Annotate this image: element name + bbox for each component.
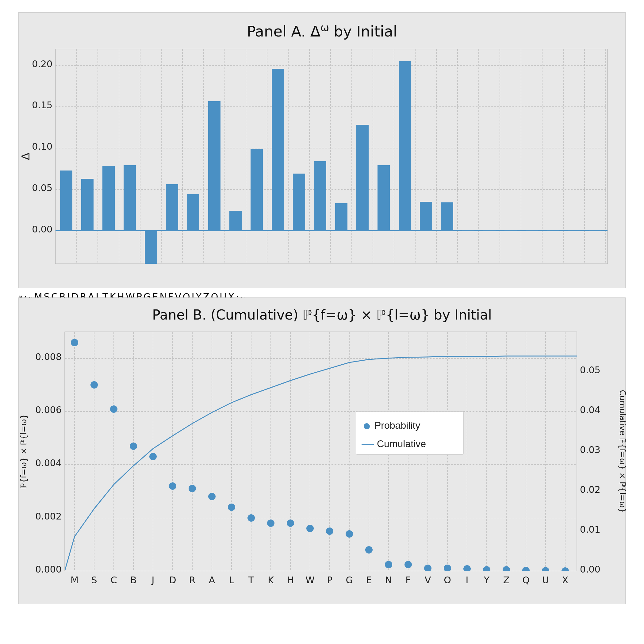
svg-text:0.10: 0.10 [32, 141, 52, 152]
svg-text:Y: Y [484, 575, 490, 585]
panel-b: Panel B. (Cumulative) ℙ{f=ω} × ℙ{l=ω} by… [18, 297, 626, 604]
svg-text:0.05: 0.05 [580, 365, 600, 375]
svg-point-167 [364, 423, 370, 429]
panel-a-title: Panel A. Δω by Initial [19, 13, 625, 43]
svg-text:0.20: 0.20 [32, 59, 52, 69]
svg-text:J: J [151, 575, 155, 585]
svg-rect-40 [187, 194, 199, 231]
svg-text:F: F [405, 575, 411, 585]
svg-rect-52 [441, 202, 453, 231]
svg-text:0.05: 0.05 [32, 182, 52, 193]
svg-rect-36 [102, 166, 115, 231]
svg-rect-38 [145, 231, 157, 264]
svg-rect-34 [60, 171, 72, 231]
svg-point-103 [110, 405, 117, 413]
svg-text:S: S [91, 575, 97, 585]
svg-point-108 [208, 493, 216, 500]
svg-point-126 [562, 567, 569, 575]
svg-point-115 [346, 530, 353, 538]
svg-point-116 [365, 546, 373, 554]
svg-point-104 [130, 443, 137, 450]
svg-point-124 [522, 567, 530, 574]
panel-b-title: Panel B. (Cumulative) ℙ{f=ω} × ℙ{l=ω} by… [19, 298, 625, 326]
svg-point-120 [444, 565, 451, 572]
svg-text:R: R [189, 575, 196, 585]
svg-rect-37 [124, 165, 136, 231]
svg-text:V: V [425, 575, 431, 585]
svg-rect-45 [293, 174, 305, 231]
svg-rect-44 [272, 69, 284, 231]
svg-point-117 [385, 561, 392, 568]
svg-text:0.03: 0.03 [580, 444, 600, 455]
svg-text:0.00: 0.00 [32, 224, 52, 235]
svg-point-101 [71, 339, 78, 346]
svg-rect-46 [314, 161, 326, 231]
svg-text:A: A [209, 575, 215, 585]
svg-point-125 [542, 567, 549, 574]
svg-text:0.000: 0.000 [35, 564, 62, 575]
svg-rect-47 [335, 203, 347, 231]
svg-text:0.15: 0.15 [32, 100, 52, 110]
svg-text:E: E [366, 575, 372, 585]
panel-a: Panel A. Δω by Initial [18, 12, 626, 288]
svg-point-122 [483, 566, 490, 573]
svg-text:T: T [248, 575, 254, 585]
svg-text:G: G [346, 575, 353, 585]
svg-text:L: L [229, 575, 234, 585]
svg-point-118 [404, 561, 412, 568]
svg-point-119 [424, 565, 431, 572]
svg-text:Z: Z [503, 575, 510, 585]
svg-text:0.04: 0.04 [580, 404, 600, 415]
svg-text:0.02: 0.02 [580, 484, 600, 495]
svg-point-110 [247, 514, 255, 522]
svg-text:0.004: 0.004 [35, 458, 62, 468]
svg-rect-39 [166, 184, 178, 231]
svg-rect-43 [251, 149, 263, 231]
svg-point-109 [228, 504, 235, 511]
svg-point-102 [90, 381, 98, 389]
svg-text:O: O [444, 575, 451, 585]
svg-point-106 [169, 482, 176, 490]
svg-text:X: X [562, 575, 569, 585]
svg-rect-42 [229, 211, 242, 231]
svg-text:Cumulative ℙ{f=ω} × ℙ{l=ω}: Cumulative ℙ{f=ω} × ℙ{l=ω} [618, 390, 627, 513]
svg-text:0.00: 0.00 [580, 564, 600, 575]
svg-text:Δ: Δ [19, 152, 32, 160]
svg-text:Cumulative: Cumulative [377, 438, 426, 449]
svg-point-123 [503, 566, 510, 573]
svg-rect-41 [208, 101, 220, 231]
svg-text:N: N [385, 575, 392, 585]
svg-rect-68 [65, 332, 577, 571]
svg-text:Q: Q [522, 575, 530, 585]
svg-rect-48 [356, 125, 369, 231]
svg-text:0.01: 0.01 [580, 524, 600, 535]
svg-text:D: D [169, 575, 176, 585]
svg-text:M: M [71, 575, 79, 585]
svg-text:U: U [542, 575, 549, 585]
svg-text:W: W [305, 575, 315, 585]
svg-rect-35 [81, 179, 94, 231]
svg-text:I: I [466, 575, 469, 585]
svg-rect-50 [399, 61, 411, 231]
svg-point-121 [463, 565, 471, 573]
svg-text:B: B [130, 575, 137, 585]
svg-point-114 [326, 527, 333, 535]
svg-text:Probability: Probability [374, 420, 420, 431]
svg-text:H: H [287, 575, 294, 585]
svg-rect-49 [378, 165, 390, 231]
svg-rect-1 [56, 49, 608, 264]
svg-text:0.006: 0.006 [35, 404, 62, 415]
svg-point-112 [287, 519, 294, 527]
svg-point-107 [189, 485, 196, 492]
svg-point-113 [306, 525, 314, 532]
chart-container: Panel A. Δω by Initial [18, 12, 626, 604]
svg-text:C: C [111, 575, 117, 585]
svg-point-111 [267, 519, 274, 527]
svg-text:0.008: 0.008 [35, 351, 62, 362]
svg-text:0.002: 0.002 [35, 511, 62, 522]
svg-point-105 [149, 453, 157, 460]
svg-text:P: P [327, 575, 332, 585]
svg-rect-51 [420, 202, 432, 231]
svg-text:ℙ{f=ω} × ℙ{l=ω}: ℙ{f=ω} × ℙ{l=ω} [19, 414, 28, 489]
svg-text:K: K [268, 575, 274, 585]
